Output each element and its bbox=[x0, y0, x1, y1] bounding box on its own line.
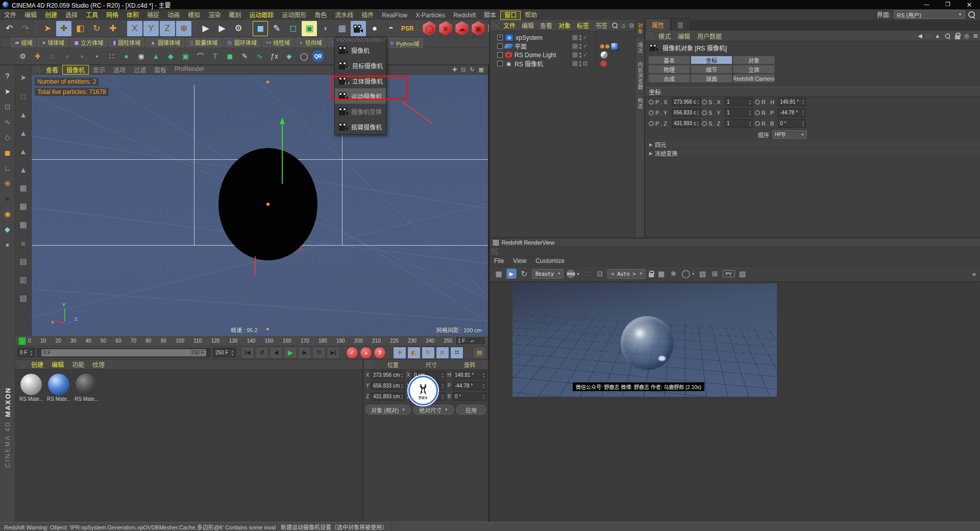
menu-item[interactable]: Redshift bbox=[449, 11, 480, 20]
timeline-ruler[interactable]: 0102030405060708090100110120130140150160… bbox=[15, 336, 488, 346]
objmgr-menu-item[interactable]: 查看 bbox=[537, 20, 555, 30]
mode-button[interactable]: ⊕ bbox=[2, 176, 14, 191]
vertical-tab[interactable]: 对象 bbox=[635, 20, 644, 38]
mode-button[interactable]: ∟ bbox=[2, 160, 14, 176]
material-preview-sphere[interactable] bbox=[20, 374, 42, 395]
object-name[interactable]: xpSystem bbox=[516, 34, 568, 41]
menu-item[interactable]: 脚本 bbox=[480, 11, 500, 20]
toolbar-button[interactable]: ◼ bbox=[253, 21, 268, 36]
rotation-field[interactable]: 149.81 °▴▾ bbox=[453, 371, 486, 379]
image-icon[interactable]: ▨ bbox=[698, 270, 707, 278]
keyframe-ring[interactable] bbox=[755, 121, 760, 126]
object-visibility-columns[interactable]: ✓ bbox=[570, 42, 597, 51]
autokey-toggle[interactable]: ∷ bbox=[450, 347, 463, 359]
attr-menu-mode[interactable]: 模式 bbox=[655, 31, 674, 41]
menu-item[interactable]: 角色 bbox=[310, 11, 331, 20]
renderview-grip[interactable] bbox=[491, 248, 498, 255]
toolbar-button[interactable]: Y bbox=[143, 21, 159, 36]
menu-item[interactable]: 动画 bbox=[163, 11, 184, 20]
copy-page-icon[interactable]: ▧ bbox=[738, 270, 747, 278]
rv-menu-view[interactable]: View bbox=[509, 257, 530, 265]
transport-button[interactable]: |◀ bbox=[241, 347, 254, 359]
palette-button[interactable]: ▲ bbox=[17, 160, 30, 179]
toolbar-grip[interactable] bbox=[2, 39, 9, 46]
attribute-tab-button[interactable]: 物理 bbox=[648, 65, 690, 74]
region-dropdown[interactable]: ◯▼ bbox=[681, 269, 695, 278]
material-preview-sphere[interactable] bbox=[76, 374, 97, 395]
viewport-canvas[interactable]: Number of emitters: 2 Total live particl… bbox=[32, 75, 488, 336]
viewport-menu-item[interactable]: 查看 bbox=[42, 65, 62, 75]
object-tags[interactable] bbox=[599, 60, 636, 67]
mode-button[interactable]: ∿ bbox=[2, 114, 14, 130]
object-tag[interactable] bbox=[605, 44, 609, 49]
visibility-dots[interactable] bbox=[579, 53, 581, 58]
toolbar-button[interactable]: ↷ bbox=[18, 21, 33, 36]
keyframe-ring[interactable] bbox=[702, 121, 707, 126]
rotation-field[interactable]: 0 °▴▾ bbox=[453, 392, 486, 401]
forward-icon[interactable]: ▷ bbox=[926, 33, 930, 39]
current-frame-marker[interactable] bbox=[18, 337, 26, 345]
material-name[interactable]: RS Mate... bbox=[47, 396, 70, 402]
toolbar-button[interactable]: ⊕ bbox=[176, 21, 191, 36]
objmgr-menu-item[interactable]: 标签 bbox=[574, 20, 592, 30]
search-icon[interactable] bbox=[612, 22, 617, 28]
render-canvas[interactable]: 微信公众号: 野鹿志 微博: 野鹿志 作者: 马鹿野郎 (2.10s) bbox=[490, 282, 979, 522]
enable-checkbox[interactable]: ✓ bbox=[583, 52, 587, 58]
maximize-button[interactable]: ❐ bbox=[937, 1, 959, 9]
search-icon[interactable] bbox=[945, 33, 950, 38]
toolbar-button[interactable]: Z bbox=[160, 21, 175, 36]
viewport-nav-icon[interactable]: ⊡ bbox=[461, 66, 465, 73]
viewport-menu-item[interactable]: 显示 bbox=[89, 65, 109, 75]
visibility-dots[interactable] bbox=[579, 44, 581, 49]
mode-button[interactable]: ◼ bbox=[2, 145, 14, 160]
transport-button[interactable]: ◀ bbox=[270, 347, 283, 359]
p-field[interactable]: 431.893 c▴▾ bbox=[672, 119, 701, 128]
s-field[interactable]: 1▴▾ bbox=[725, 98, 753, 106]
mode-button[interactable]: ● bbox=[2, 191, 14, 206]
rv-menu-customize[interactable]: Customize bbox=[531, 257, 569, 265]
up-icon[interactable]: ▲ bbox=[935, 33, 940, 39]
keyframe-selection-button[interactable]: ▤ bbox=[473, 347, 486, 359]
viewport-nav-icon[interactable]: ↻ bbox=[470, 66, 474, 73]
menu-item[interactable]: 创建 bbox=[41, 11, 61, 20]
menu-item[interactable]: 体积 bbox=[122, 11, 143, 20]
python-field-button[interactable]: ⊕ Python域 bbox=[385, 38, 423, 48]
attribute-tab-button[interactable]: 球面 bbox=[691, 74, 732, 83]
menu-item[interactable]: 运动跟踪 bbox=[245, 11, 278, 20]
layer-chip[interactable] bbox=[572, 52, 578, 58]
expand-toggle[interactable]: + bbox=[497, 35, 503, 40]
attribute-tab-button[interactable]: 坐标 bbox=[691, 56, 732, 64]
tab-layers[interactable]: 层 bbox=[671, 18, 690, 31]
camera-menu-item[interactable]: 摄像机变换 bbox=[335, 104, 386, 119]
field-button[interactable]: ● 球体域 bbox=[38, 38, 68, 47]
palette-button[interactable]: ▲ bbox=[17, 105, 30, 124]
close-button[interactable]: ✕ bbox=[959, 1, 980, 9]
viewport-menu-item[interactable]: ProRender bbox=[170, 65, 208, 75]
toolbar-button[interactable]: ◧ bbox=[72, 21, 88, 36]
palette-button[interactable]: ▦ bbox=[17, 197, 30, 215]
dither-icon[interactable]: ∷ bbox=[583, 270, 592, 278]
viewport-menu-item[interactable]: 选项 bbox=[109, 65, 130, 75]
menu-item[interactable]: RealFlow bbox=[378, 11, 411, 20]
palette-button[interactable]: ▲ bbox=[17, 124, 30, 142]
toolbar-button[interactable]: ➤ bbox=[40, 21, 55, 36]
filter-eye-icon[interactable]: ⊙ bbox=[629, 22, 634, 29]
apply-button[interactable]: 应用 bbox=[456, 405, 486, 415]
mode-button[interactable]: ◆ bbox=[2, 222, 14, 237]
menu-item[interactable]: 窗口 bbox=[500, 11, 521, 20]
attribute-tab-button[interactable]: 立体 bbox=[733, 65, 775, 74]
back-icon[interactable]: ◀ bbox=[918, 33, 922, 39]
object-origin-dot[interactable] bbox=[266, 203, 270, 206]
image-add-icon[interactable]: ⊞ bbox=[710, 270, 720, 278]
attribute-tab-button[interactable]: 合成 bbox=[648, 74, 690, 83]
toolbar-button[interactable]: ↻ bbox=[89, 21, 104, 36]
menu-item[interactable]: X-Particles bbox=[411, 11, 449, 20]
camera-menu-item[interactable]: 摇臂摄像机 bbox=[335, 119, 386, 134]
toolbar-icon[interactable]: ⚙ bbox=[16, 50, 30, 63]
menu-item[interactable]: 选择 bbox=[61, 11, 82, 20]
redshift-toolbar-button[interactable]: ☁ bbox=[455, 21, 469, 36]
field-button[interactable]: ◎ 圆环体域 bbox=[223, 38, 261, 47]
menu-item[interactable]: 工具 bbox=[82, 11, 102, 20]
new-panel-icon[interactable]: ⊞ bbox=[973, 33, 978, 39]
toolbar-button[interactable]: ▶ bbox=[198, 21, 213, 36]
